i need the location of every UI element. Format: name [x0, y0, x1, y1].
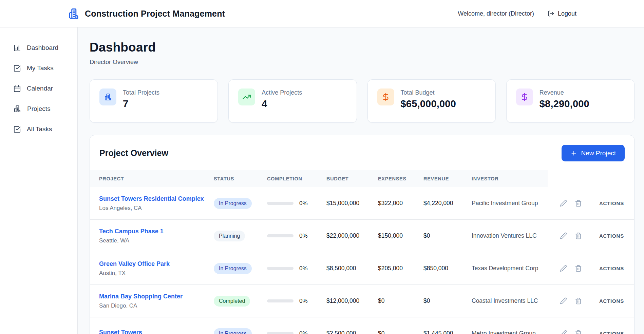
- stat-cards: Total Projects 7 Active Projects 4 Total…: [90, 79, 634, 123]
- project-name-link[interactable]: Sunset Towers Residential Complex: [99, 195, 214, 202]
- trash-icon: [575, 265, 582, 272]
- brand: Construction Project Management: [68, 7, 225, 20]
- budget-value: $22,000,000: [326, 232, 378, 239]
- project-name-link[interactable]: Green Valley Office Park: [99, 260, 214, 268]
- sidebar-item-calendar[interactable]: Calendar: [0, 81, 77, 96]
- sidebar-item-dashboard[interactable]: Dashboard: [0, 40, 77, 55]
- revenue-value: $0: [423, 297, 472, 304]
- dollar-icon: [516, 89, 533, 105]
- completion-percent: 0%: [299, 265, 308, 272]
- sidebar-item-all-tasks[interactable]: All Tasks: [0, 122, 77, 137]
- revenue-value: $1,445,000: [423, 330, 472, 334]
- delete-button[interactable]: [574, 232, 583, 240]
- budget-value: $12,000,000: [326, 297, 378, 304]
- table-row: Sunset Towers Residential Complex Los An…: [90, 187, 634, 219]
- completion-progress-bar: [267, 267, 293, 270]
- sidebar-item-my-tasks[interactable]: My Tasks: [0, 61, 77, 76]
- top-bar: Construction Project Management Welcome,…: [0, 0, 644, 27]
- status-badge: In Progress: [214, 263, 252, 274]
- new-project-button[interactable]: New Project: [562, 145, 625, 161]
- expenses-value: $0: [378, 297, 423, 304]
- check-square-icon: [13, 125, 21, 133]
- actions-label: ACTIONS: [599, 266, 624, 271]
- investor-name: Pacific Investment Group: [472, 200, 548, 207]
- revenue-value: $850,000: [423, 265, 472, 272]
- investor-name: Coastal Investments LLC: [472, 297, 548, 304]
- column-header-completion: Completion: [267, 170, 326, 187]
- trash-icon: [575, 330, 582, 334]
- table-row: Tech Campus Phase 1 Seattle, WA Planning…: [90, 219, 634, 252]
- column-header-actions: [548, 170, 634, 187]
- logout-button[interactable]: Logout: [548, 10, 576, 17]
- stat-value: $8,290,000: [539, 98, 589, 110]
- page-subtitle: Director Overview: [90, 59, 634, 66]
- delete-button[interactable]: [574, 329, 583, 334]
- revenue-value: $4,220,000: [423, 200, 472, 207]
- delete-button[interactable]: [574, 199, 583, 208]
- status-badge: In Progress: [214, 198, 252, 209]
- plus-icon: [570, 150, 577, 157]
- stat-label: Total Budget: [401, 89, 456, 96]
- project-location: Los Angeles, CA: [99, 205, 214, 212]
- stat-label: Revenue: [539, 89, 589, 96]
- column-header-project: Project: [90, 170, 214, 187]
- calendar-icon: [13, 85, 21, 93]
- budget-value: $15,000,000: [326, 200, 378, 207]
- edit-button[interactable]: [559, 232, 568, 240]
- expenses-value: $0: [378, 330, 423, 334]
- edit-button[interactable]: [559, 297, 568, 305]
- project-name-link[interactable]: Sunset Towers: [99, 329, 214, 334]
- edit-button[interactable]: [559, 199, 568, 208]
- investor-name: Texas Development Corp: [472, 265, 548, 272]
- expenses-value: $205,000: [378, 265, 423, 272]
- stat-value: 7: [123, 98, 159, 110]
- actions-label: ACTIONS: [599, 331, 624, 334]
- pencil-icon: [560, 297, 567, 304]
- completion-percent: 0%: [299, 330, 308, 334]
- panel-title: Project Overview: [99, 148, 168, 158]
- column-header-expenses: Expenses: [378, 170, 423, 187]
- main-content: Dashboard Director Overview Total Projec…: [78, 27, 644, 334]
- delete-button[interactable]: [574, 264, 583, 273]
- pencil-icon: [560, 232, 567, 239]
- sidebar: Dashboard My Tasks Calendar Projects All…: [0, 27, 78, 334]
- trash-icon: [575, 200, 582, 207]
- pencil-icon: [560, 200, 567, 207]
- expenses-value: $322,000: [378, 200, 423, 207]
- building-icon: [99, 89, 116, 105]
- stat-card: Total Projects 7: [90, 79, 218, 123]
- trash-icon: [575, 297, 582, 304]
- completion-progress-bar: [267, 202, 293, 205]
- new-project-label: New Project: [581, 150, 616, 157]
- actions-label: ACTIONS: [599, 298, 624, 304]
- stat-value: 4: [262, 98, 302, 110]
- project-name-link[interactable]: Marina Bay Shopping Center: [99, 293, 214, 300]
- edit-button[interactable]: [559, 264, 568, 273]
- actions-label: ACTIONS: [599, 233, 624, 239]
- trending-up-icon: [238, 89, 255, 105]
- table-header-row: ProjectStatusCompletionBudgetExpensesRev…: [90, 170, 634, 187]
- check-square-icon: [13, 64, 21, 72]
- table-row: Marina Bay Shopping Center San Diego, CA…: [90, 284, 634, 317]
- investor-name: Metro Investment Group: [472, 330, 548, 334]
- investor-name: Innovation Ventures LLC: [472, 232, 548, 239]
- bar-chart-icon: [13, 44, 21, 52]
- stat-label: Active Projects: [262, 89, 302, 96]
- column-header-investor: Investor: [472, 170, 548, 187]
- app-title: Construction Project Management: [85, 9, 225, 19]
- building-icon: [13, 105, 21, 113]
- edit-button[interactable]: [559, 329, 568, 334]
- delete-button[interactable]: [574, 297, 583, 305]
- revenue-value: $0: [423, 232, 472, 239]
- project-location: San Diego, CA: [99, 302, 214, 309]
- column-header-revenue: Revenue: [423, 170, 472, 187]
- sidebar-item-projects[interactable]: Projects: [0, 101, 77, 116]
- trash-icon: [575, 232, 582, 239]
- table-row: Green Valley Office Park Austin, TX In P…: [90, 252, 634, 284]
- project-overview-panel: Project Overview New Project ProjectStat…: [90, 135, 634, 334]
- stat-value: $65,000,000: [401, 98, 456, 110]
- status-badge: Completed: [214, 296, 250, 307]
- column-header-status: Status: [214, 170, 267, 187]
- project-name-link[interactable]: Tech Campus Phase 1: [99, 228, 214, 235]
- logout-label: Logout: [558, 10, 576, 17]
